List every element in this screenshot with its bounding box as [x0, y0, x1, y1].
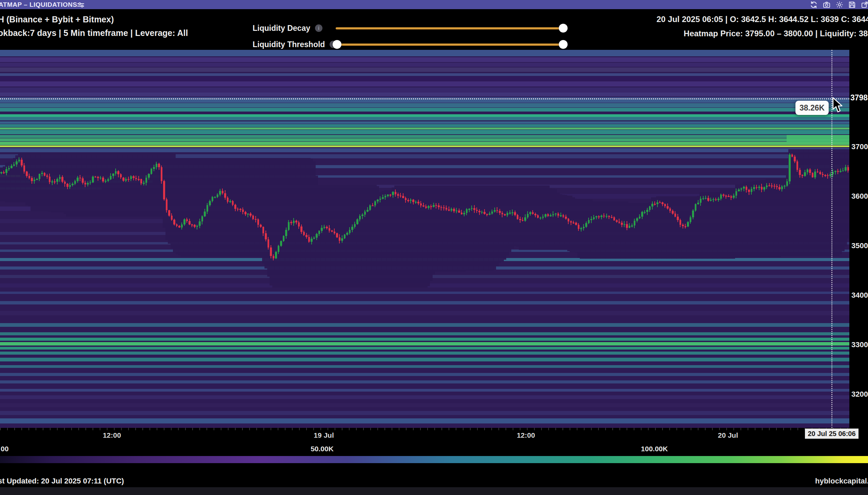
candle-body — [677, 217, 679, 220]
info-icon[interactable]: i — [315, 24, 322, 32]
candle-body — [66, 184, 68, 186]
candle-body — [143, 183, 145, 184]
candle-wick — [654, 201, 655, 205]
slider-knob[interactable] — [559, 24, 567, 33]
slider-label: Liquidity Decay — [253, 24, 310, 33]
settings-icon[interactable] — [835, 1, 844, 9]
candle-body — [654, 204, 656, 205]
candle-body — [675, 214, 677, 217]
candle-body — [428, 206, 430, 208]
candle-body — [285, 230, 287, 236]
heatmap-canvas[interactable] — [0, 50, 849, 428]
candle-body — [23, 166, 25, 172]
candle-body — [644, 212, 646, 213]
candle-body — [385, 196, 387, 197]
candle-body — [784, 186, 786, 187]
candle-body — [255, 219, 257, 220]
candle-body — [626, 224, 628, 228]
slider-track[interactable] — [336, 27, 564, 30]
liquidity-tooltip: 38.26K — [796, 101, 829, 115]
slider-knob[interactable] — [333, 40, 341, 49]
candle-body — [496, 210, 498, 211]
candle-body — [402, 196, 404, 198]
candle-wick — [522, 217, 523, 221]
y-axis-label: 3200 — [851, 390, 868, 399]
bottom-strip — [0, 487, 868, 495]
export-icon[interactable] — [861, 1, 868, 9]
colorbar-label: 50.00K — [310, 445, 334, 453]
candle-body — [301, 226, 303, 232]
candle-body — [3, 172, 5, 173]
candle-body — [293, 221, 295, 223]
candle-body — [558, 214, 559, 216]
candle-body — [585, 223, 587, 227]
candle-body — [168, 210, 170, 216]
candle-body — [593, 217, 595, 219]
slider-track[interactable] — [336, 44, 564, 46]
candle-body — [135, 178, 137, 179]
candle-body — [181, 224, 183, 227]
candle-body — [542, 217, 544, 218]
candle-body — [616, 220, 618, 222]
candle-body — [761, 187, 763, 189]
candle-body — [39, 174, 41, 179]
candle-body — [766, 186, 768, 187]
candle-body — [138, 179, 140, 180]
candle-body — [247, 214, 249, 215]
candle-body — [684, 226, 686, 227]
candle-body — [377, 200, 379, 201]
candle-body — [845, 167, 847, 171]
candle-body — [214, 197, 216, 198]
candle-body — [265, 233, 267, 239]
candle-body — [839, 171, 841, 172]
candle-body — [306, 235, 308, 237]
filters-icon[interactable] — [76, 1, 85, 9]
candle-body — [514, 212, 516, 215]
candle-body — [440, 207, 442, 208]
candle-body — [209, 201, 211, 205]
candle-body — [336, 233, 338, 237]
save-icon[interactable] — [848, 1, 856, 9]
x-axis[interactable]: 12:0019 Jul12:0020 Jul — [0, 428, 868, 444]
candle-body — [580, 228, 582, 229]
y-axis[interactable]: 3798. 370036003500340033003200 — [849, 50, 868, 428]
candle-body — [262, 227, 265, 233]
crosshair-time-label: 20 Jul 25 06:06 — [805, 429, 858, 439]
liquidity-decay-slider[interactable]: Liquidity Decay i — [253, 21, 571, 35]
camera-icon[interactable] — [822, 1, 831, 9]
candle-body — [456, 210, 458, 211]
candle-body — [303, 232, 305, 235]
candle-body — [646, 210, 648, 212]
liquidity-colorbar — [0, 456, 868, 463]
candle-body — [252, 216, 254, 219]
candle-body — [636, 218, 638, 221]
candle-body — [776, 186, 778, 187]
candle-wick — [560, 212, 561, 217]
candle-body — [268, 239, 270, 248]
refresh-icon[interactable] — [810, 1, 818, 9]
candle-body — [824, 175, 826, 176]
candle-wick — [619, 219, 619, 224]
candle-body — [448, 209, 450, 211]
crosshair-horizontal-line — [0, 98, 849, 99]
candle-body — [270, 248, 272, 256]
candle-body — [310, 239, 312, 241]
candle-body — [590, 219, 592, 220]
candle-body — [639, 217, 641, 219]
candle-body — [102, 178, 104, 182]
slider-knob[interactable] — [559, 40, 567, 49]
candle-body — [105, 181, 107, 182]
candle-body — [806, 170, 809, 172]
candle-body — [512, 212, 514, 213]
candle-body — [82, 178, 84, 183]
candle-body — [275, 252, 277, 258]
candle-wick — [423, 203, 424, 207]
candle-body — [354, 224, 356, 227]
candle-body — [725, 195, 727, 197]
candle-body — [560, 215, 562, 216]
candle-body — [74, 181, 76, 184]
candle-body — [122, 178, 124, 181]
candle-body — [260, 225, 262, 227]
liquidity-threshold-slider[interactable]: Liquidity Threshold i — [253, 38, 571, 51]
candle-body — [786, 182, 788, 186]
